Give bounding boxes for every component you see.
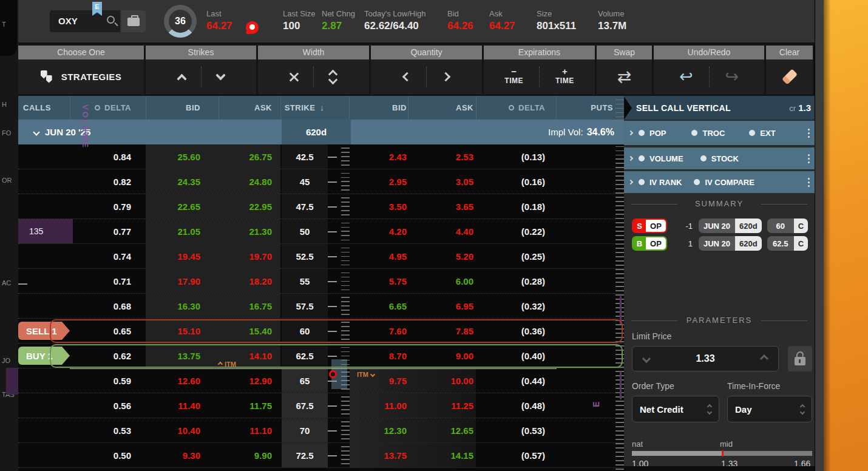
put-bid-cell[interactable]: 11.00 [350,393,408,418]
kebab-menu-icon[interactable] [808,154,810,163]
redo-button[interactable]: ↪ [725,69,739,85]
strike-header[interactable]: STRIKE↓ [280,96,328,120]
call-bid-cell[interactable]: 22.65 [146,194,219,219]
toggle-iv-rank[interactable]: IV RANK [639,178,682,187]
call-ask-cell[interactable]: 19.70 [219,244,280,268]
quantity-increase-button[interactable] [442,72,449,83]
call-delta-cell[interactable]: 0.56 [70,393,146,418]
strike-cell[interactable]: 52.5 [280,244,328,268]
side-toggle[interactable]: SOP [632,219,667,233]
puts-bid-header[interactable]: BID [350,96,408,120]
swap-button[interactable]: ⇄ [617,67,631,87]
strike-cell[interactable]: 72.5 [280,443,328,467]
call-bid-cell[interactable]: 9.30 [146,443,219,467]
put-bid-cell[interactable]: 4.20 [350,219,408,243]
call-bid-cell[interactable]: 25.60 [146,144,219,169]
side-toggle[interactable]: BOP [632,236,667,251]
price-range-slider[interactable] [632,451,812,456]
put-bid-cell[interactable]: 2.43 [350,144,408,169]
put-delta-cell[interactable]: (0.13) [476,144,556,169]
put-delta-cell[interactable]: (0.48) [476,393,556,418]
put-bid-cell[interactable]: 13.75 [350,443,408,467]
strike-cell[interactable]: 70 [280,418,328,442]
strikes-decrease-button[interactable] [217,76,224,78]
call-bid-cell[interactable]: 21.05 [146,219,219,243]
call-bid-cell[interactable]: 17.90 [146,269,219,293]
width-narrow-button[interactable] [291,75,297,79]
call-delta-cell[interactable]: 0.53 [70,418,146,442]
puts-ask-header[interactable]: ASK [408,96,476,120]
toggle-volume[interactable]: VOLUME [639,154,683,163]
call-delta-cell[interactable]: 0.74 [70,244,146,268]
toggle-stock[interactable]: STOCK [700,154,739,163]
put-bid-cell[interactable]: 5.75 [350,269,408,293]
chevron-right-icon[interactable] [628,180,633,185]
put-ask-cell[interactable]: 12.65 [408,418,476,442]
chevron-right-icon[interactable] [628,156,633,161]
call-bid-cell[interactable]: 19.45 [146,244,219,268]
call-delta-cell[interactable]: 0.82 [70,169,146,194]
slider-tick[interactable] [722,450,724,456]
price-lock-button[interactable] [788,346,812,371]
put-ask-cell[interactable]: 3.65 [408,194,476,219]
call-delta-cell[interactable]: 0.59 [70,368,146,393]
put-bid-cell[interactable]: 12.30 [350,418,408,442]
put-ask-cell[interactable]: 11.25 [408,393,476,418]
call-bid-cell[interactable]: 16.30 [146,294,219,318]
call-ask-cell[interactable]: 11.10 [219,418,280,442]
put-ask-cell[interactable]: 4.40 [408,219,476,243]
time-in-force-select[interactable]: Day [727,396,812,422]
call-delta-cell[interactable]: 0.50 [70,443,146,467]
put-delta-cell[interactable]: (0.18) [476,194,556,219]
call-ask-cell[interactable]: 22.95 [219,194,280,219]
call-bid-cell[interactable]: 11.40 [146,393,219,418]
put-delta-cell[interactable]: (0.25) [476,244,556,268]
iv-rank-gauge[interactable]: 36 [164,5,197,38]
call-ask-cell[interactable]: 11.75 [219,393,280,418]
order-type-select[interactable]: Net Credit [632,396,719,422]
call-delta-cell[interactable]: 0.77 [70,219,146,243]
put-delta-cell[interactable]: (0.22) [476,219,556,243]
leg-strike-pill[interactable]: 62.5C [767,236,808,251]
put-ask-cell[interactable]: 6.95 [408,294,476,318]
put-delta-cell[interactable]: (0.32) [476,294,556,318]
strike-cell[interactable]: 65 [280,368,328,393]
put-ask-cell[interactable]: 10.00 [408,368,476,393]
strike-cell[interactable]: 57.5 [280,294,328,318]
put-bid-cell[interactable]: 2.95 [350,169,408,194]
puts-delta-header[interactable]: DELTA [476,96,556,120]
call-delta-cell[interactable]: 0.68 [70,294,146,318]
put-delta-cell[interactable]: (0.44) [476,368,556,393]
width-widen-button[interactable] [330,72,336,82]
call-bid-cell[interactable]: 24.35 [146,169,219,194]
kebab-menu-icon[interactable] [808,129,810,138]
call-delta-cell[interactable]: 0.79 [70,194,146,219]
calls-ask-header[interactable]: ASK [219,96,280,120]
calls-bid-header[interactable]: BID [146,96,219,120]
expiration-row[interactable]: JUN 20 '25 620d Impl Vol:34.6% [18,120,624,144]
call-ask-cell[interactable]: 12.90 [219,368,280,393]
put-ask-cell[interactable]: 5.20 [408,244,476,268]
leg-expiration-pill[interactable]: JUN 20620d [699,219,762,233]
call-ask-cell[interactable]: 16.75 [219,294,280,318]
kebab-menu-icon[interactable] [808,178,810,187]
minus-time-button[interactable]: − TIME [504,69,523,85]
limit-price-value[interactable]: 1.33 [649,353,761,364]
toggle-troc[interactable]: TROC [691,129,725,138]
call-bid-cell[interactable]: 10.40 [146,418,219,442]
put-ask-cell[interactable]: 14.15 [408,443,476,467]
call-bid-cell[interactable]: 12.60 [146,368,219,393]
toggle-pop[interactable]: POP [639,129,666,138]
leg-strike-pill[interactable]: 60C [767,219,808,233]
order-panel-header[interactable]: SELL CALL VERTICAL cr1.3 [624,96,815,120]
strike-cell[interactable]: 45 [280,169,328,194]
leg-quantity[interactable]: -1 [667,222,693,231]
strategies-button[interactable]: STRATEGIES [18,59,146,94]
clear-eraser-button[interactable] [781,69,797,84]
strike-cell[interactable]: 47.5 [280,194,328,219]
put-ask-cell[interactable]: 6.00 [408,269,476,293]
window-edge-scrollbar[interactable] [815,0,824,471]
put-ask-cell[interactable]: 3.05 [408,169,476,194]
put-bid-cell[interactable]: 3.50 [350,194,408,219]
put-ask-cell[interactable]: 2.53 [408,144,476,169]
